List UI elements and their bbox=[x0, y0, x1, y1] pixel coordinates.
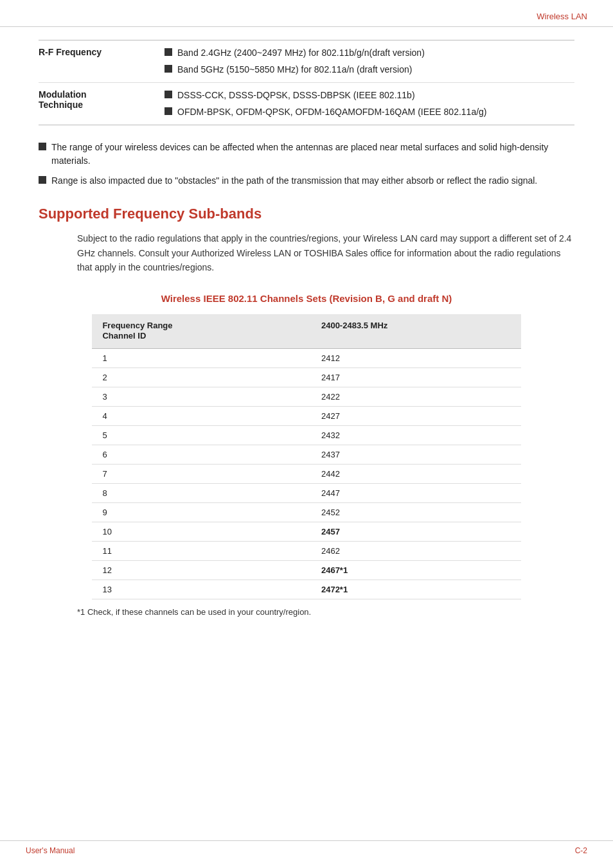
note-item: The range of your wireless devices can b… bbox=[39, 141, 574, 168]
page-footer: User's Manual C-2 bbox=[0, 840, 613, 855]
channel-id: 10 bbox=[92, 522, 311, 542]
channel-id: 2 bbox=[92, 368, 311, 387]
channel-freq: 2437 bbox=[311, 445, 521, 465]
section-intro: Subject to the radio regulations that ap… bbox=[77, 231, 574, 274]
channel-id: 5 bbox=[92, 426, 311, 445]
footer-left: User's Manual bbox=[26, 846, 75, 855]
section-heading: Supported Frequency Sub-bands bbox=[39, 206, 574, 222]
channel-row: 72442 bbox=[92, 465, 520, 484]
wireless-lan-label: Wireless LAN bbox=[537, 12, 587, 21]
top-header: Wireless LAN bbox=[0, 0, 613, 27]
note-item: Range is also impacted due to "obstacles… bbox=[39, 174, 574, 188]
bullet-icon bbox=[39, 176, 46, 184]
channel-freq: 2457 bbox=[311, 522, 521, 542]
channel-row: 102457 bbox=[92, 522, 520, 542]
spec-bullet-item: DSSS-CCK, DSSS-DQPSK, DSSS-DBPSK (IEEE 8… bbox=[164, 89, 564, 102]
channel-row: 62437 bbox=[92, 445, 520, 465]
channel-table-header-col1: Frequency RangeChannel ID bbox=[92, 314, 311, 349]
spec-bullet-item: Band 2.4GHz (2400~2497 MHz) for 802.11b/… bbox=[164, 47, 564, 60]
bullet-icon bbox=[164, 91, 172, 98]
channel-id: 9 bbox=[92, 503, 311, 522]
channel-freq: 2412 bbox=[311, 349, 521, 368]
bullet-icon bbox=[164, 107, 172, 115]
footer-right: C-2 bbox=[575, 846, 587, 855]
channel-table-header-col2: 2400-2483.5 MHz bbox=[311, 314, 521, 349]
channel-freq: 2432 bbox=[311, 426, 521, 445]
spec-bullet-item: Band 5GHz (5150~5850 MHz) for 802.11a/n … bbox=[164, 64, 564, 76]
channel-row: 12412 bbox=[92, 349, 520, 368]
bullet-text: DSSS-CCK, DSSS-DQPSK, DSSS-DBPSK (IEEE 8… bbox=[177, 89, 415, 102]
bullet-text: Band 2.4GHz (2400~2497 MHz) for 802.11b/… bbox=[177, 47, 425, 60]
channel-freq: 2417 bbox=[311, 368, 521, 387]
spec-bullets: Band 2.4GHz (2400~2497 MHz) for 802.11b/… bbox=[154, 40, 574, 83]
channel-row: 42427 bbox=[92, 407, 520, 426]
channel-freq: 2442 bbox=[311, 465, 521, 484]
bullet-icon bbox=[164, 48, 172, 56]
spec-bullets: DSSS-CCK, DSSS-DQPSK, DSSS-DBPSK (IEEE 8… bbox=[154, 83, 574, 125]
channel-row: 122467*1 bbox=[92, 561, 520, 580]
channel-freq: 2422 bbox=[311, 387, 521, 407]
channel-row: 92452 bbox=[92, 503, 520, 522]
bullet-icon bbox=[164, 65, 172, 73]
channel-id: 12 bbox=[92, 561, 311, 580]
channel-id: 1 bbox=[92, 349, 311, 368]
channel-id: 13 bbox=[92, 580, 311, 599]
channel-freq: 2452 bbox=[311, 503, 521, 522]
channel-freq: 2462 bbox=[311, 542, 521, 561]
channel-id: 4 bbox=[92, 407, 311, 426]
spec-label: R-F Frequency bbox=[39, 40, 154, 83]
bullet-icon bbox=[39, 143, 46, 150]
channel-row: 132472*1 bbox=[92, 580, 520, 599]
spec-bullet-item: OFDM-BPSK, OFDM-QPSK, OFDM-16QAMOFDM-16Q… bbox=[164, 106, 564, 119]
channel-id: 3 bbox=[92, 387, 311, 407]
sub-heading: Wireless IEEE 802.11 Channels Sets (Revi… bbox=[39, 293, 574, 304]
note-text: The range of your wireless devices can b… bbox=[51, 141, 574, 168]
footnote: *1 Check, if these channels can be used … bbox=[77, 607, 574, 617]
channel-row: 52432 bbox=[92, 426, 520, 445]
channel-row: 22417 bbox=[92, 368, 520, 387]
page-container: Wireless LAN R-F FrequencyBand 2.4GHz (2… bbox=[0, 0, 613, 868]
main-content: R-F FrequencyBand 2.4GHz (2400~2497 MHz)… bbox=[0, 27, 613, 642]
channel-freq: 2472*1 bbox=[311, 580, 521, 599]
notes-section: The range of your wireless devices can b… bbox=[39, 141, 574, 188]
channel-id: 8 bbox=[92, 484, 311, 503]
bullet-text: OFDM-BPSK, OFDM-QPSK, OFDM-16QAMOFDM-16Q… bbox=[177, 106, 487, 119]
bullet-text: Band 5GHz (5150~5850 MHz) for 802.11a/n … bbox=[177, 64, 412, 76]
channel-row: 112462 bbox=[92, 542, 520, 561]
spec-label: ModulationTechnique bbox=[39, 83, 154, 125]
spec-row: ModulationTechniqueDSSS-CCK, DSSS-DQPSK,… bbox=[39, 83, 574, 125]
channel-row: 82447 bbox=[92, 484, 520, 503]
spec-row: R-F FrequencyBand 2.4GHz (2400~2497 MHz)… bbox=[39, 40, 574, 83]
channel-id: 6 bbox=[92, 445, 311, 465]
channel-freq: 2447 bbox=[311, 484, 521, 503]
channel-freq: 2467*1 bbox=[311, 561, 521, 580]
channel-freq: 2427 bbox=[311, 407, 521, 426]
note-text: Range is also impacted due to "obstacles… bbox=[51, 174, 537, 188]
channel-table: Frequency RangeChannel ID 2400-2483.5 MH… bbox=[92, 314, 520, 600]
channel-id: 7 bbox=[92, 465, 311, 484]
specs-table: R-F FrequencyBand 2.4GHz (2400~2497 MHz)… bbox=[39, 40, 574, 125]
channel-row: 32422 bbox=[92, 387, 520, 407]
channel-id: 11 bbox=[92, 542, 311, 561]
